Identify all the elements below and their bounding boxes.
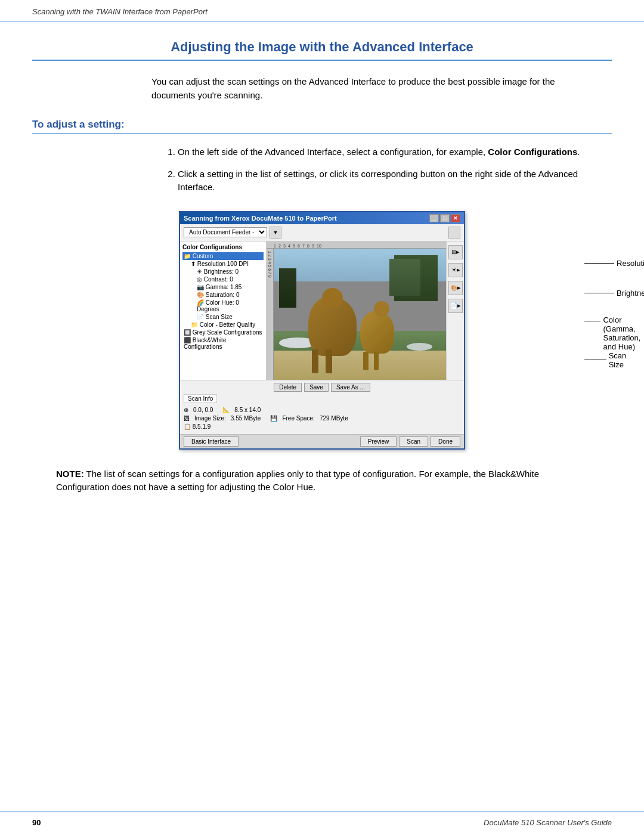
image-size-icon: 🖼 [184,415,190,422]
bottom-buttons: Delete Save Save As ... [184,383,460,392]
basic-interface-button[interactable]: Basic Interface [184,436,239,447]
tree-item-gamma[interactable]: 📷 Gamma: 1.85 [182,283,264,291]
tree-item-scansize[interactable]: 📄 Scan Size [182,313,264,321]
trees-bg2 [389,259,420,296]
close-button[interactable]: ✕ [451,214,460,222]
version-icon: 📋 [184,423,191,430]
left-panel: Color Configurations 📁 Custom ⬆ Resoluti… [180,241,267,380]
annotation-line-scansize [584,360,606,360]
tree-item-contrast[interactable]: ◎ Contrast: 0 [182,275,264,283]
version-row: 📋 8.5.1.9 [184,423,460,430]
image-size-value: 3.55 MByte [231,415,261,422]
toolbar-dropdown-icon[interactable]: ▼ [270,227,281,239]
save-button[interactable]: Save [304,383,329,392]
tree-item-saturation[interactable]: 🎨 Saturation: 0 [182,291,264,299]
scan-button[interactable]: Scan [399,436,428,447]
tree-item-color-better[interactable]: 📁 Color - Better Quality [182,321,264,329]
note-section: NOTE: The list of scan settings for a co… [56,467,588,494]
dialog-bottom: Delete Save Save As ... Scan Info ⊕ 0.0,… [180,380,464,434]
step-1: On the left side of the Advanced Interfa… [178,145,588,159]
size-value: 8.5 x 14.0 [234,407,261,413]
free-space-value: 729 MByte [320,415,348,422]
version-value: 8.5.1.9 [193,423,211,430]
image-size-row: 🖼 Image Size: 3.55 MByte 💾 Free Space: 7… [184,415,460,422]
maximize-button[interactable]: □ [440,214,450,222]
preview-button[interactable]: Preview [360,436,397,447]
color-gamma-icon-btn[interactable]: 🎨▶ [448,281,463,295]
dialog-main: Color Configurations 📁 Custom ⬆ Resoluti… [180,241,464,380]
deer-leg1 [312,349,319,373]
deer-leg2 [326,349,333,373]
tree-item-brightness[interactable]: ☀ Brightness: 0 [182,268,264,275]
page-footer: 90 DocuMate 510 Scanner User's Guide [0,812,644,833]
intro-paragraph: You can adjust the scan settings on the … [151,75,588,102]
header-text: Scanning with the TWAIN Interface from P… [32,7,208,16]
scan-info-tab[interactable]: Scan Info [184,394,217,403]
note-text: The list of scan settings for a configur… [56,469,539,493]
toolbar-icon[interactable] [448,227,460,239]
section-heading: To adjust a setting: [32,119,612,134]
steps-list: On the left side of the Advanced Interfa… [163,145,588,194]
dialog-toolbar: Auto Document Feeder - Simplex ▼ [180,224,464,241]
image-row: 1 2 3 4 5 6 7 8 [267,249,446,380]
note-bold: NOTE: [56,469,84,479]
resolution-icon-btn[interactable]: ⊞▶ [448,245,463,259]
right-panel: ⊞▶ ☀▶ 🎨▶ 📄▶ [446,241,464,380]
screenshot-area: Scanning from Xerox DocuMate 510 to Pape… [32,211,612,450]
scanner-dialog[interactable]: Scanning from Xerox DocuMate 510 to Pape… [179,211,465,450]
annotation-resolution-label: Resolution [617,259,644,268]
scan-size-icon-btn[interactable]: 📄▶ [448,299,463,313]
scan-coordinates-row: ⊕ 0.0, 0.0 📐 8.5 x 14.0 [184,407,460,413]
tree-item-greyscale[interactable]: 🔲 Grey Scale Configurations [182,329,264,336]
dialog-titlebar: Scanning from Xerox DocuMate 510 to Pape… [180,212,464,224]
delete-button[interactable]: Delete [274,383,302,392]
dialog-controls[interactable]: _ □ ✕ [429,214,460,222]
ruler-top: 1 2 3 4 5 6 7 8 9 10 [267,241,446,249]
snow-2 [407,343,432,351]
page-container: Scanning with the TWAIN Interface from P… [0,0,644,833]
tree-item-resolution[interactable]: ⬆ Resolution 100 DPI [182,260,264,268]
image-area: 1 2 3 4 5 6 7 8 9 10 [267,241,446,380]
page-title: Adjusting the Image with the Advanced In… [32,39,612,61]
deer-sleg1 [363,352,369,370]
pine1 [279,268,296,308]
annotation-brightness-label: Brightness/Contrast [617,289,644,298]
page-number: 90 [32,818,41,827]
annotation-scansize: Scan Size [584,351,634,369]
position-icon: ⊕ [184,407,188,413]
size-icon: 📐 [222,407,230,413]
scan-info-row: Scan Info [184,394,460,405]
deer-large-head [322,288,343,308]
ruler-left: 1 2 3 4 5 6 7 8 [267,249,274,380]
tree-header: Color Configurations [182,244,264,250]
feeder-select[interactable]: Auto Document Feeder - Simplex [184,227,267,237]
main-content: Adjusting the Image with the Advanced In… [0,21,644,530]
deer-sleg2 [374,352,379,370]
annotation-resolution: Resolution [584,259,644,268]
footer-right-text: DocuMate 510 Scanner User's Guide [484,818,612,827]
save-as-button[interactable]: Save As ... [331,383,370,392]
done-button[interactable]: Done [431,436,460,447]
deer-image [274,249,446,380]
dialog-title: Scanning from Xerox DocuMate 510 to Pape… [184,215,337,222]
tree-item-colorhue[interactable]: 🌈 Color Hue: 0 Degrees [182,299,264,313]
annotation-line-resolution [584,263,614,264]
annotation-line-brightness [584,293,614,293]
step-2: Click a setting in the list of settings,… [178,168,588,194]
final-button-row: Basic Interface Preview Scan Done [180,434,464,448]
annotation-color: Color (Gamma, Saturation, and Hue) [584,315,644,351]
free-space-label: Free Space: [282,415,314,422]
minimize-button[interactable]: _ [429,214,439,222]
tree-item-blackwhite[interactable]: ⬛ Black&White Configurations [182,336,264,351]
annotation-line-color [584,321,600,321]
free-space-icon: 💾 [270,415,277,422]
tree-item-custom[interactable]: 📁 Custom [182,252,264,260]
annotation-color-label: Color (Gamma, Saturation, and Hue) [603,315,644,351]
annotation-brightness: Brightness/Contrast [584,289,644,298]
image-size-label: Image Size: [194,415,226,422]
position-value: 0.0, 0.0 [193,407,213,413]
deer-small-head [374,301,389,317]
annotation-scansize-label: Scan Size [609,351,634,369]
brightness-contrast-icon-btn[interactable]: ☀▶ [448,263,463,277]
top-header: Scanning with the TWAIN Interface from P… [0,0,644,21]
